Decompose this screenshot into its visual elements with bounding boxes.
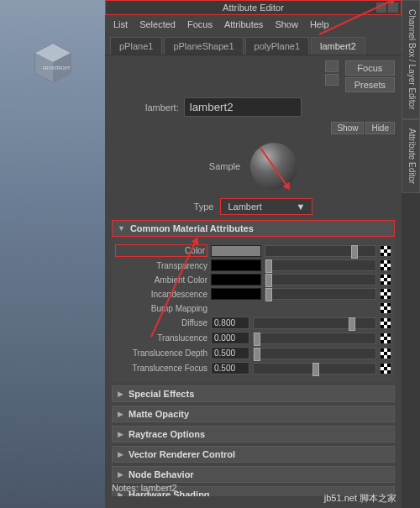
- nav-up-button[interactable]: [325, 60, 339, 72]
- map-button-transluc[interactable]: [380, 333, 391, 344]
- transfocus-input[interactable]: [211, 362, 249, 374]
- material-sample-sphere[interactable]: [250, 143, 297, 190]
- notes-value: lambert2: [141, 483, 177, 493]
- transluc-input[interactable]: [211, 332, 249, 344]
- diffuse-slider[interactable]: [253, 317, 376, 329]
- type-dropdown[interactable]: Lambert ▼: [220, 198, 312, 215]
- section-raytrace[interactable]: ▶Raytrace Options: [112, 426, 395, 443]
- focus-button[interactable]: Focus: [345, 60, 395, 76]
- expand-arrow-icon: ▶: [118, 390, 123, 398]
- svg-text:FRONT: FRONT: [43, 65, 57, 71]
- map-button-bump[interactable]: [380, 302, 391, 314]
- attr-ambient-label: Ambient Color: [115, 275, 207, 285]
- transdepth-input[interactable]: [211, 347, 249, 359]
- transparency-slider[interactable]: [265, 259, 376, 271]
- map-button-incand[interactable]: [380, 288, 391, 300]
- menu-selected[interactable]: Selected: [139, 19, 176, 29]
- attr-transdepth-label: Translucence Depth: [115, 348, 207, 358]
- incand-slider[interactable]: [265, 288, 376, 300]
- attr-diffuse-label: Diffuse: [115, 318, 207, 327]
- section-node-behavior[interactable]: ▶Node Behavior: [112, 466, 395, 483]
- menu-help[interactable]: Help: [310, 19, 329, 29]
- type-label: Type: [194, 202, 214, 212]
- section-special-effects[interactable]: ▶Special Effects: [112, 385, 395, 402]
- type-value: Lambert: [228, 202, 261, 212]
- node-name-field: lambert:: [145, 97, 395, 117]
- diffuse-input[interactable]: [211, 317, 249, 329]
- expand-arrow-icon: ▶: [118, 470, 123, 479]
- map-button-color[interactable]: [380, 245, 391, 257]
- sample-label: Sample: [209, 161, 240, 171]
- map-button-diffuse[interactable]: [380, 317, 391, 329]
- section-common-material: ▼ Common Material Attributes Color Trans…: [112, 220, 395, 382]
- incand-swatch[interactable]: [211, 288, 261, 300]
- map-button-transdepth[interactable]: [380, 348, 391, 359]
- tab-pplaneshape1[interactable]: pPlaneShape1: [164, 37, 243, 55]
- attr-color-label: Color: [115, 244, 207, 257]
- menu-list[interactable]: List: [113, 19, 128, 29]
- section-title: Common Material Attributes: [130, 223, 254, 233]
- transdepth-slider[interactable]: [253, 348, 376, 359]
- side-tabs: Channel Box / Layer Editor Attribute Edi…: [402, 0, 420, 508]
- notes-label: Notes:: [112, 483, 139, 493]
- map-button-ambient[interactable]: [380, 274, 391, 285]
- menu-attributes[interactable]: Attributes: [224, 19, 263, 29]
- color-swatch[interactable]: [211, 245, 261, 257]
- type-row: Type Lambert ▼: [112, 198, 395, 215]
- chevron-down-icon: ▼: [297, 202, 306, 212]
- expand-arrow-icon: ▶: [118, 410, 123, 418]
- viewport-3d[interactable]: FRONT RIGHT: [0, 0, 105, 508]
- attr-transfocus-label: Translucence Focus: [115, 364, 207, 373]
- transparency-swatch[interactable]: [211, 259, 261, 271]
- content-area: Focus Presets lambert: Show Hide Sample …: [105, 55, 402, 496]
- attr-transluc-label: Translucence: [115, 333, 207, 343]
- ambient-swatch[interactable]: [211, 274, 261, 285]
- menu-show[interactable]: Show: [275, 19, 298, 29]
- notes-row: Notes: lambert2: [112, 483, 177, 493]
- close-icon[interactable]: [388, 3, 398, 13]
- transfocus-slider[interactable]: [253, 363, 376, 374]
- expand-arrow-icon: ▶: [118, 430, 123, 438]
- attr-incand-label: Incandescence: [115, 290, 207, 299]
- color-slider[interactable]: [265, 245, 376, 257]
- node-name-label: lambert:: [145, 102, 179, 113]
- tab-polyplane1[interactable]: polyPlane1: [245, 37, 309, 55]
- sample-area: Sample: [112, 143, 395, 190]
- section-matte-opacity[interactable]: ▶Matte Opacity: [112, 406, 395, 422]
- window-title: Attribute Editor: [223, 3, 284, 13]
- show-button[interactable]: Show: [331, 122, 364, 134]
- menu-focus[interactable]: Focus: [187, 19, 213, 29]
- map-button-transparency[interactable]: [380, 259, 391, 271]
- minimize-icon[interactable]: [376, 3, 386, 13]
- nav-down-button[interactable]: [325, 74, 339, 86]
- svg-text:RIGHT: RIGHT: [57, 65, 71, 71]
- map-button-transfocus[interactable]: [380, 363, 391, 374]
- section-head-common[interactable]: ▼ Common Material Attributes: [112, 220, 395, 237]
- hide-button[interactable]: Hide: [365, 122, 395, 134]
- node-tabs: pPlane1 pPlaneShape1 polyPlane1 lambert2: [105, 34, 402, 55]
- attr-transparency-label: Transparency: [115, 261, 207, 270]
- sidetab-attribute-editor[interactable]: Attribute Editor: [402, 119, 420, 193]
- attribute-editor-panel: Attribute Editor List Selected Focus Att…: [105, 0, 402, 508]
- sidetab-channelbox[interactable]: Channel Box / Layer Editor: [402, 0, 420, 119]
- window-titlebar: Attribute Editor: [105, 0, 402, 15]
- watermark: jb51.net 脚本之家: [324, 492, 396, 505]
- attr-bump-label: Bump Mapping: [115, 304, 207, 313]
- tab-pplane1[interactable]: pPlane1: [110, 37, 162, 55]
- presets-button[interactable]: Presets: [345, 77, 395, 92]
- collapse-arrow-icon: ▼: [118, 224, 125, 233]
- menubar: List Selected Focus Attributes Show Help: [105, 15, 402, 34]
- viewcube[interactable]: FRONT RIGHT: [32, 42, 74, 84]
- node-name-input[interactable]: [184, 97, 302, 117]
- section-vector-renderer[interactable]: ▶Vector Renderer Control: [112, 446, 395, 463]
- ambient-slider[interactable]: [265, 274, 376, 285]
- tab-lambert2[interactable]: lambert2: [311, 37, 365, 55]
- transluc-slider[interactable]: [253, 333, 376, 344]
- expand-arrow-icon: ▶: [118, 450, 123, 458]
